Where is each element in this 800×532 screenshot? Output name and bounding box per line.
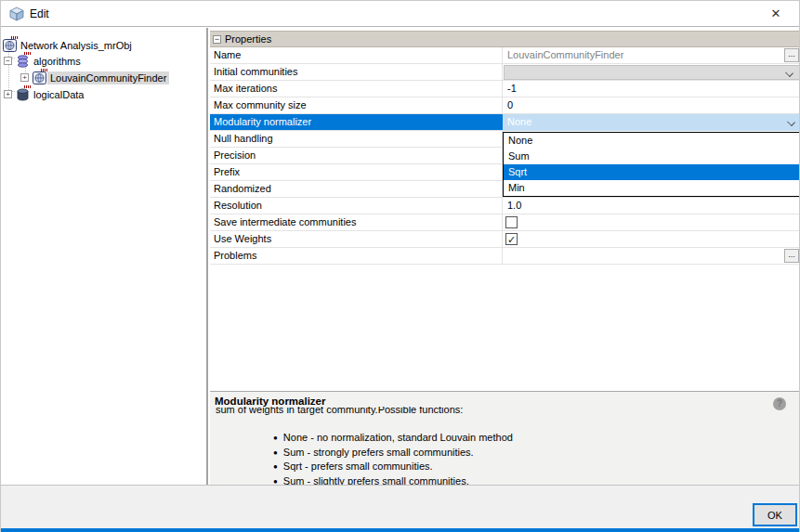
property-row-max-iterations[interactable]: Max iterations -1 (210, 81, 800, 97)
expand-expander-icon[interactable]: + (20, 73, 29, 82)
property-row-use-weights[interactable]: Use Weights ✓ (210, 231, 800, 248)
property-label: Precision (210, 148, 503, 163)
mr-marker-icon (11, 36, 20, 40)
property-row-max-community-size[interactable]: Max community size 0 (210, 97, 800, 114)
property-label: Modularity normalizer (210, 114, 503, 130)
dropdown-option-min[interactable]: Min (504, 180, 799, 196)
property-value[interactable]: 0 (503, 97, 800, 113)
help-bullet: Sqrt - prefers small communities. (273, 461, 513, 472)
ok-button[interactable]: OK (753, 503, 797, 526)
tree-item-louvain-community-finder[interactable]: + LouvainCommunityFinder (20, 70, 169, 85)
help-bullet: Sum - slightly prefers small communities… (273, 475, 513, 486)
property-row-initial-communities[interactable]: Initial communities (210, 64, 800, 81)
tree-item-network-analysis[interactable]: Network Analysis_mrObj (3, 37, 135, 53)
property-row-problems[interactable]: Problems ... (210, 248, 800, 265)
collapse-section-icon[interactable]: − (213, 35, 221, 44)
dropdown-option-none[interactable]: None (504, 133, 799, 149)
tree-item-label: logicalData (31, 88, 86, 101)
property-row-save-intermediate-communities[interactable]: Save intermediate communities (210, 214, 800, 231)
help-intro-text: sum of weights in target community.Possi… (216, 407, 736, 417)
property-value[interactable]: 1.0 (503, 198, 800, 214)
algorithms-stack-icon (16, 55, 30, 68)
checkbox-checked[interactable]: ✓ (505, 233, 518, 245)
tree-item-label: Network Analysis_mrObj (18, 39, 135, 52)
property-value[interactable]: -1 (503, 81, 800, 97)
property-label: Use Weights (210, 231, 503, 247)
tree-item-logical-data[interactable]: + logicalData (4, 86, 86, 102)
initial-communities-combobox[interactable] (504, 65, 800, 80)
window-title: Edit (30, 7, 49, 20)
mr-marker-icon (24, 52, 33, 56)
property-label: Name (210, 47, 503, 63)
mr-marker-icon (41, 69, 49, 72)
checkbox-unchecked[interactable] (505, 216, 518, 228)
property-row-name[interactable]: Name LouvainCommunityFinder ... (210, 47, 800, 64)
mr-marker-icon (24, 85, 33, 89)
collapse-expander-icon[interactable]: − (4, 57, 12, 65)
modularity-normalizer-dropdown-list: None Sum Sqrt Min (503, 132, 800, 197)
expand-expander-icon[interactable]: + (4, 90, 12, 98)
tree-item-algorithms[interactable]: − algorithms (4, 53, 84, 69)
property-label: Max community size (210, 97, 503, 113)
property-label: Resolution (210, 198, 503, 214)
properties-header-label: Properties (225, 33, 271, 45)
property-value[interactable]: LouvainCommunityFinder (503, 47, 800, 63)
help-panel: Modularity normalizer sum of weights in … (210, 391, 800, 485)
property-label: Save intermediate communities (210, 214, 503, 230)
help-title: Modularity normalizer (215, 396, 326, 407)
close-icon[interactable]: ✕ (767, 6, 784, 22)
window-bottom-border (1, 528, 799, 532)
property-row-modularity-normalizer[interactable]: Modularity normalizer None (210, 114, 800, 131)
tree-item-label-selected: LouvainCommunityFinder (47, 71, 169, 84)
property-row-resolution[interactable]: Resolution 1.0 (210, 198, 800, 214)
modularity-normalizer-combobox[interactable]: None (503, 114, 800, 131)
property-label: Initial communities (210, 64, 503, 80)
model-node-icon (3, 39, 17, 52)
help-bullet: None - no normalization, standard Louvai… (273, 432, 513, 443)
edit-dialog: Edit ✕ Network Analysis_mrObj − algorith… (0, 0, 800, 532)
property-label: Problems (210, 248, 503, 264)
dropdown-option-sqrt[interactable]: Sqrt (504, 164, 799, 180)
ellipsis-button[interactable]: ... (784, 249, 799, 263)
title-bar: Edit ✕ (1, 1, 799, 27)
property-label: Randomized (210, 181, 503, 197)
help-bullet-list: None - no normalization, standard Louvai… (273, 432, 513, 485)
chevron-down-icon (787, 118, 795, 126)
property-label: Null handling (210, 131, 503, 147)
dropdown-option-sum[interactable]: Sum (504, 149, 799, 164)
dialog-footer: OK (1, 485, 799, 529)
help-question-icon[interactable]: ? (773, 397, 786, 410)
combobox-value: None (507, 116, 531, 127)
properties-header[interactable]: − Properties (210, 31, 800, 47)
model-node-icon (33, 71, 46, 84)
tree-item-label: algorithms (31, 55, 84, 68)
property-label: Prefix (210, 164, 503, 180)
properties-grid: − Properties Name LouvainCommunityFinder… (210, 28, 800, 392)
help-bullet: Sum - strongly prefers small communities… (273, 447, 513, 458)
property-label: Max iterations (210, 81, 503, 97)
chevron-down-icon (785, 69, 793, 77)
object-tree: Network Analysis_mrObj − algorithms + Lo… (1, 28, 208, 485)
ellipsis-button[interactable]: ... (784, 48, 799, 62)
database-icon (16, 88, 30, 101)
cube-icon (9, 6, 24, 21)
